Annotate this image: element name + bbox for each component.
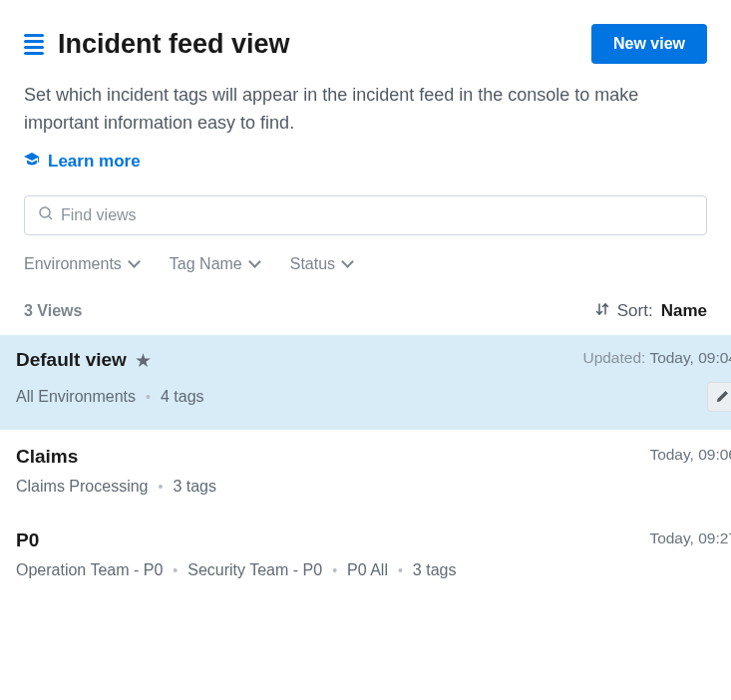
environment-name: Operation Team - P0 xyxy=(16,561,163,579)
environment-name: Security Team - P0 xyxy=(187,561,322,579)
menu-icon[interactable] xyxy=(24,34,44,55)
learn-more-label: Learn more xyxy=(48,152,141,172)
environment-name: Claims Processing xyxy=(16,478,148,496)
search-icon xyxy=(39,206,53,224)
updated-value: Today, 09:04 xyxy=(649,349,731,366)
page-title: Incident feed view xyxy=(58,29,290,60)
item-bottom: All Environments•4 tags xyxy=(16,382,731,412)
filter-label: Status xyxy=(290,255,335,273)
page-description: Set which incident tags will appear in t… xyxy=(24,82,707,138)
updated-timestamp: Today, 09:06 xyxy=(649,446,731,464)
item-top: Default view★Updated: Today, 09:04 xyxy=(16,349,731,372)
item-meta: Operation Team - P0•Security Team - P0•P… xyxy=(16,561,456,579)
filter-label: Environments xyxy=(24,255,122,273)
separator-dot: • xyxy=(146,389,151,405)
item-meta: Claims Processing•3 tags xyxy=(16,478,216,496)
new-view-button[interactable]: New view xyxy=(591,24,707,64)
updated-timestamp: Updated: Today, 09:04 xyxy=(582,349,731,367)
search-box[interactable] xyxy=(24,195,707,235)
environment-name: All Environments xyxy=(16,388,136,406)
list-item[interactable]: P0Today, 09:27Operation Team - P0•Securi… xyxy=(0,516,731,599)
chevron-down-icon xyxy=(130,257,140,267)
sort-control[interactable]: Sort: Name xyxy=(595,301,707,321)
tags-count: 4 tags xyxy=(161,388,204,406)
item-title: Default view xyxy=(16,349,127,371)
star-icon[interactable]: ★ xyxy=(135,349,152,372)
filter-row: Environments Tag Name Status xyxy=(24,255,707,273)
item-title-wrap: Default view★ xyxy=(16,349,152,372)
sort-value: Name xyxy=(661,301,707,321)
list-item[interactable]: Default view★Updated: Today, 09:04All En… xyxy=(0,335,731,432)
count-sort-row: 3 Views Sort: Name xyxy=(24,301,707,321)
search-input[interactable] xyxy=(61,206,692,224)
item-top: ClaimsToday, 09:06 xyxy=(16,446,731,468)
environment-name: P0 All xyxy=(347,561,388,579)
updated-timestamp: Today, 09:27 xyxy=(649,529,731,547)
item-title: Claims xyxy=(16,446,78,468)
graduation-cap-icon xyxy=(24,153,40,171)
item-meta: All Environments•4 tags xyxy=(16,388,204,406)
tags-count: 3 tags xyxy=(173,478,216,496)
separator-dot: • xyxy=(173,562,178,578)
learn-more-link[interactable]: Learn more xyxy=(24,152,707,172)
chevron-down-icon xyxy=(250,257,260,267)
item-title-wrap: P0 xyxy=(16,529,39,551)
views-count: 3 Views xyxy=(24,302,82,320)
separator-dot: • xyxy=(332,562,337,578)
item-top: P0Today, 09:27 xyxy=(16,529,731,551)
updated-value: Today, 09:06 xyxy=(649,446,731,463)
sort-arrows-icon xyxy=(595,302,609,319)
item-title: P0 xyxy=(16,529,39,551)
separator-dot: • xyxy=(398,562,403,578)
list-item[interactable]: ClaimsToday, 09:06Claims Processing•3 ta… xyxy=(0,432,731,516)
svg-point-0 xyxy=(40,207,50,217)
item-title-wrap: Claims xyxy=(16,446,78,468)
filter-environments[interactable]: Environments xyxy=(24,255,140,273)
page-header: Incident feed view New view xyxy=(24,24,707,64)
updated-value: Today, 09:27 xyxy=(649,529,731,546)
filter-label: Tag Name xyxy=(170,255,242,273)
chevron-down-icon xyxy=(343,257,353,267)
item-bottom: Operation Team - P0•Security Team - P0•P… xyxy=(16,561,731,579)
views-list: Default view★Updated: Today, 09:04All En… xyxy=(0,335,731,599)
edit-button[interactable] xyxy=(707,382,731,412)
header-left: Incident feed view xyxy=(24,29,290,60)
svg-line-1 xyxy=(49,216,52,219)
separator-dot: • xyxy=(158,479,163,495)
updated-label: Updated: xyxy=(582,349,649,366)
item-bottom: Claims Processing•3 tags xyxy=(16,478,731,496)
filter-status[interactable]: Status xyxy=(290,255,353,273)
pencil-icon xyxy=(715,390,729,404)
sort-label: Sort: xyxy=(617,301,653,321)
tags-count: 3 tags xyxy=(413,561,457,579)
filter-tag-name[interactable]: Tag Name xyxy=(170,255,260,273)
